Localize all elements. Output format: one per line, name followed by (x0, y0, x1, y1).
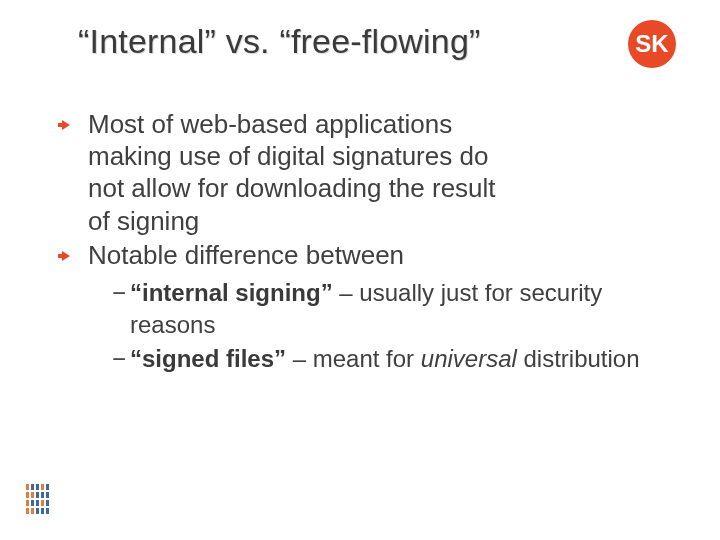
bullet-list: Most of web-based applications making us… (58, 108, 676, 271)
sub-ital: universal (421, 345, 517, 372)
list-item: Notable difference between (58, 239, 676, 271)
slide-title: “Internal” vs. “free-flowing” (78, 22, 481, 61)
sub-text: distribution (517, 345, 640, 372)
sub-bold: “signed files” (130, 345, 286, 372)
sub-list: − “internal signing” – usually just for … (58, 277, 676, 374)
list-item: − “internal signing” – usually just for … (112, 277, 676, 340)
dash-icon: − (112, 343, 126, 375)
sub-text: – meant for (286, 345, 421, 372)
sub-bold: “internal signing” (130, 279, 333, 306)
dash-icon: − (112, 277, 126, 309)
list-item: − “signed files” – meant for universal d… (112, 343, 676, 375)
sk-logo: SK (628, 20, 676, 68)
list-item: Most of web-based applications making us… (58, 108, 518, 237)
footer-decor-icon (26, 484, 49, 514)
content-area: Most of web-based applications making us… (58, 108, 676, 376)
